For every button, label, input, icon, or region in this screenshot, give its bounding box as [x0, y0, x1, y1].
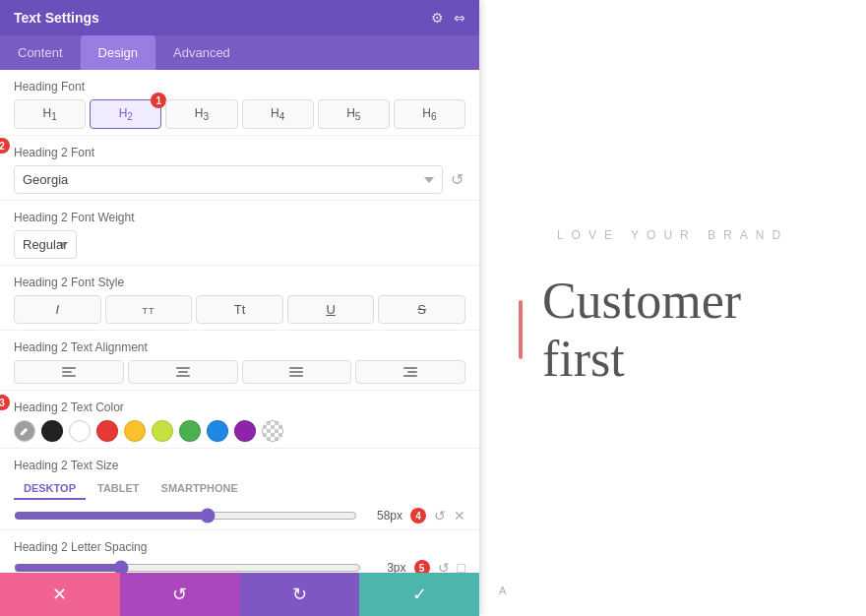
swatch-black[interactable]: [41, 420, 63, 442]
device-tabs: DESKTOP TABLET SMARTPHONE: [14, 478, 465, 500]
style-strikethrough-btn[interactable]: S: [378, 295, 465, 324]
confirm-button[interactable]: ✓: [359, 573, 479, 616]
tab-content[interactable]: Content: [0, 35, 81, 70]
device-tab-smartphone[interactable]: SMARTPHONE: [152, 478, 248, 500]
panel-title: Text Settings: [14, 10, 99, 26]
heading2-text-size-section: Heading 2 Text Size DESKTOP TABLET SMART…: [0, 449, 479, 530]
swatch-blue[interactable]: [207, 420, 228, 442]
settings-panel: Text Settings ⚙ ⇔ Content Design Advance…: [0, 0, 479, 616]
spacing-slider[interactable]: [14, 560, 361, 573]
heading2-spacing-label: Heading 2 Letter Spacing: [14, 540, 465, 554]
tab-design[interactable]: Design: [81, 35, 155, 70]
spacing-value: 3px: [369, 561, 406, 573]
heading2-font-reset[interactable]: ↺: [449, 168, 465, 191]
device-tab-tablet[interactable]: TABLET: [88, 478, 150, 500]
size-value: 58px: [365, 509, 402, 523]
cancel-button[interactable]: ✕: [0, 573, 120, 616]
panel-body: Heading Font H1 H2 1 H3 H4 H5 H6 Heading…: [0, 70, 479, 573]
heading-tab-h1[interactable]: H1: [14, 99, 86, 129]
heading2-font-select[interactable]: Georgia Arial Times New Roman: [14, 165, 443, 194]
heading2-color-label: Heading 2 Text Color: [14, 400, 465, 414]
swatch-lime[interactable]: [152, 420, 173, 442]
style-underline-btn[interactable]: U: [287, 295, 375, 324]
heading-tabs: H1 H2 1 H3 H4 H5 H6: [14, 99, 465, 129]
swatch-red[interactable]: [96, 420, 118, 442]
device-tab-desktop[interactable]: DESKTOP: [14, 478, 86, 500]
swatch-purple[interactable]: [234, 420, 256, 442]
heading2-alignment-label: Heading 2 Text Alignment: [14, 340, 465, 354]
preview-accent-bar: [519, 300, 523, 359]
preview-bottom-label: A: [499, 585, 506, 596]
swatch-yellow[interactable]: [124, 420, 146, 442]
badge-2: 2: [0, 138, 10, 154]
preview-heading-row: Customer first: [519, 272, 827, 388]
redo-button[interactable]: ↻: [240, 573, 360, 616]
heading2-font-weight-section: Heading 2 Font Weight Regular Bold Light: [0, 201, 479, 266]
alignment-buttons: [14, 360, 465, 384]
badge-1: 1: [151, 92, 166, 108]
style-titlecase-btn[interactable]: Tt: [196, 295, 283, 324]
settings-icon[interactable]: ⚙: [431, 10, 444, 26]
align-left-btn[interactable]: [14, 360, 124, 384]
style-allcaps-btn[interactable]: TT: [105, 295, 193, 324]
expand-icon[interactable]: ⇔: [454, 10, 465, 26]
panel-tabs: Content Design Advanced: [0, 35, 479, 70]
color-edit-btn[interactable]: [14, 420, 35, 442]
heading2-size-label: Heading 2 Text Size: [14, 459, 465, 472]
heading-tab-h5[interactable]: H5: [318, 99, 390, 129]
badge-3: 3: [0, 395, 10, 410]
size-slider[interactable]: [14, 508, 357, 524]
align-justify-btn[interactable]: [242, 360, 352, 384]
size-reset-btn[interactable]: ↺: [434, 508, 446, 524]
badge-4: 4: [410, 508, 426, 524]
heading2-text-alignment-section: Heading 2 Text Alignment: [0, 331, 479, 391]
bottom-bar: ✕ ↺ ↻ ✓: [0, 573, 479, 616]
heading2-font-section: Heading 2 Font 2 Georgia Arial Times New…: [0, 136, 479, 201]
tab-advanced[interactable]: Advanced: [155, 35, 248, 70]
swatch-green[interactable]: [179, 420, 201, 442]
style-italic-btn[interactable]: I: [14, 295, 101, 324]
panel-header: Text Settings ⚙ ⇔: [0, 0, 479, 35]
heading-font-label: Heading Font: [14, 80, 465, 93]
spacing-unit-btn[interactable]: □: [458, 560, 465, 573]
heading-tab-h6[interactable]: H6: [394, 99, 465, 129]
spacing-reset-btn[interactable]: ↺: [438, 560, 450, 573]
spacing-slider-row: 3px 5 ↺ □: [14, 560, 465, 573]
preview-heading: Customer first: [542, 272, 827, 388]
heading2-text-color-section: Heading 2 Text Color 3: [0, 391, 479, 449]
heading-tab-h4[interactable]: H4: [242, 99, 314, 129]
panel-header-icons: ⚙ ⇔: [431, 10, 465, 26]
heading2-font-weight-select[interactable]: Regular Bold Light: [14, 230, 77, 259]
heading2-font-style-label: Heading 2 Font Style: [14, 276, 465, 289]
heading-tab-h3[interactable]: H3: [165, 99, 237, 129]
size-slider-row: 58px 4 ↺ ✕: [14, 508, 465, 524]
badge-5: 5: [414, 560, 430, 573]
heading-selector: Heading Font H1 H2 1 H3 H4 H5 H6: [0, 70, 479, 136]
align-right-btn[interactable]: [355, 360, 465, 384]
heading-tab-h2[interactable]: H2 1: [90, 99, 161, 129]
heading2-font-weight-label: Heading 2 Font Weight: [14, 211, 465, 224]
heading2-font-style-section: Heading 2 Font Style I TT Tt U S: [0, 266, 479, 331]
swatch-pattern[interactable]: [262, 420, 283, 442]
size-clear-btn[interactable]: ✕: [454, 508, 465, 524]
color-swatches: 3: [14, 420, 465, 442]
heading2-letter-spacing-section: Heading 2 Letter Spacing 3px 5 ↺ □: [0, 530, 479, 573]
reset-button[interactable]: ↺: [120, 573, 240, 616]
swatch-white[interactable]: [69, 420, 91, 442]
preview-area: LOVE YOUR BRAND Customer first A: [479, 0, 866, 616]
preview-tagline: LOVE YOUR BRAND: [557, 228, 788, 242]
align-center-btn[interactable]: [128, 360, 238, 384]
heading2-font-label: Heading 2 Font: [14, 146, 465, 159]
font-style-buttons: I TT Tt U S: [14, 295, 465, 324]
